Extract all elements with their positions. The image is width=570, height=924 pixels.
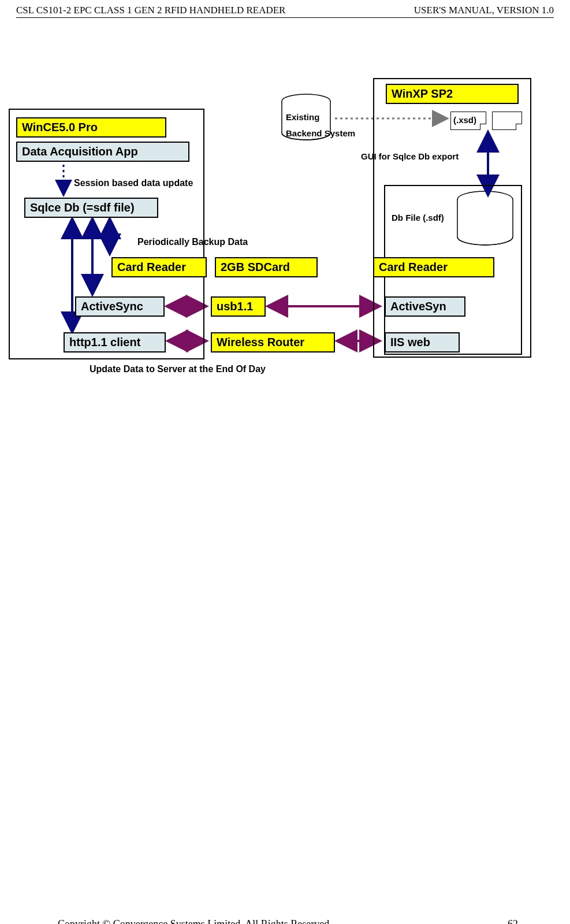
sdcard-box: 2GB SDCard (215, 257, 318, 277)
session-label: Session based data update (74, 178, 193, 188)
data-app-box: Data Acquisition App (16, 142, 189, 162)
winxp-os-box: WinXP SP2 (386, 84, 519, 104)
usb-box: usb1.1 (211, 296, 266, 317)
http-client-box: http1.1 client (64, 332, 166, 352)
wince-os-box: WinCE5.0 Pro (16, 117, 166, 138)
header-left: CSL CS101-2 EPC CLASS 1 GEN 2 RFID HANDH… (16, 5, 285, 16)
xsd-note: (.xsd) (450, 112, 486, 130)
sqlce-db-box: Sqlce Db (=sdf file) (24, 198, 158, 218)
end-of-day-label: Update Data to Server at the End Of Day (90, 364, 266, 374)
gui-export-label: GUI for Sqlce Db export (361, 151, 459, 161)
architecture-diagram: WinCE5.0 Pro Data Acquisition App Sessio… (6, 69, 560, 381)
header-rule (16, 17, 554, 18)
header-right: USER'S MANUAL, VERSION 1.0 (414, 5, 554, 16)
footer-copyright: Copyright © Convergence Systems Limited,… (58, 918, 329, 924)
iis-box: IIS web (385, 332, 460, 352)
router-box: Wireless Router (211, 332, 335, 352)
db-file-label: Db File (.sdf) (392, 213, 444, 222)
backend-label-2: Backend System (286, 128, 355, 138)
left-activesync-box: ActiveSync (75, 296, 165, 317)
footer-page-number: 62 (508, 918, 518, 924)
right-activesync-box: ActiveSyn (385, 296, 465, 317)
backend-label-1: Existing (286, 112, 319, 122)
right-card-reader-box: Card Reader (373, 257, 494, 277)
blank-note (492, 112, 522, 130)
left-card-reader-box: Card Reader (111, 257, 207, 277)
backup-label: Periodically Backup Data (137, 237, 248, 247)
svg-point-0 (282, 94, 330, 108)
